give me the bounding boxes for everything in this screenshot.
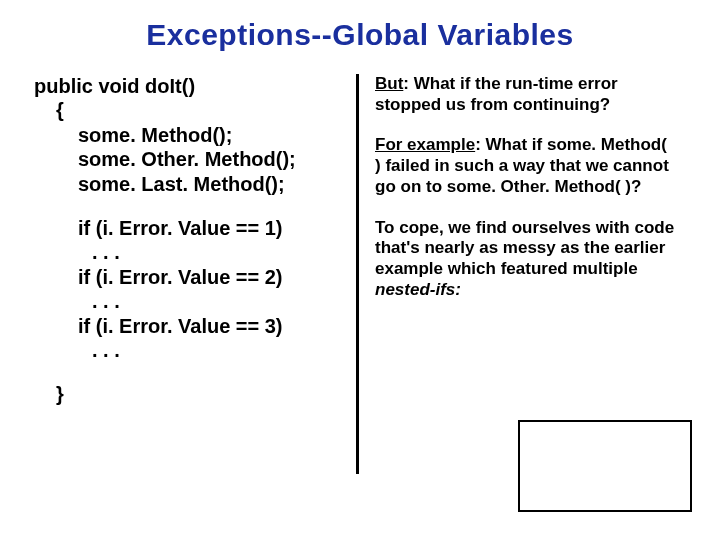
- code-line: }: [34, 382, 354, 406]
- text: To cope, we find ourselves with code tha…: [375, 218, 674, 278]
- code-line: if (i. Error. Value == 1): [34, 216, 354, 240]
- italic-term: nested-ifs:: [375, 280, 461, 299]
- code-column: public void doIt() { some. Method(); som…: [34, 74, 354, 474]
- code-line: . . .: [34, 240, 354, 264]
- code-line: some. Method();: [34, 123, 354, 147]
- code-block-ifs: if (i. Error. Value == 1) . . . if (i. E…: [34, 216, 354, 362]
- empty-callout-box: [518, 420, 692, 512]
- code-line: some. Last. Method();: [34, 172, 354, 196]
- code-line: . . .: [34, 289, 354, 313]
- text: ?: [631, 177, 641, 196]
- code-line: if (i. Error. Value == 2): [34, 265, 354, 289]
- para-example: For example: What if some. Method( ) fai…: [375, 135, 675, 197]
- code-block-top: public void doIt() { some. Method(); som…: [34, 74, 354, 196]
- slide-title: Exceptions--Global Variables: [0, 18, 720, 52]
- para-but: But: What if the run-time error stopped …: [375, 74, 675, 115]
- explain-column: But: What if the run-time error stopped …: [375, 74, 675, 474]
- code-ref: some. Other. Method( ): [447, 177, 631, 196]
- para-cope: To cope, we find ourselves with code tha…: [375, 218, 675, 301]
- code-line: if (i. Error. Value == 3): [34, 314, 354, 338]
- text: : What if the run-time error stopped us …: [375, 74, 618, 114]
- vertical-divider: [356, 74, 359, 474]
- text: : What if: [475, 135, 547, 154]
- content-columns: public void doIt() { some. Method(); som…: [0, 74, 720, 474]
- lead-word: But: [375, 74, 403, 93]
- lead-word: For example: [375, 135, 475, 154]
- code-line: public void doIt(): [34, 74, 354, 98]
- code-line: . . .: [34, 338, 354, 362]
- code-line: some. Other. Method();: [34, 147, 354, 171]
- code-line: {: [34, 98, 354, 122]
